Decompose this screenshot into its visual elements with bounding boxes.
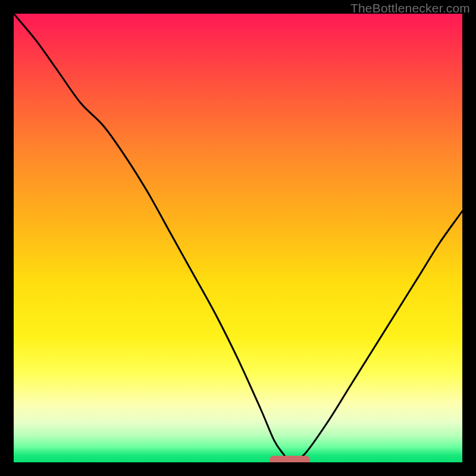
optimal-range-marker [270,456,310,462]
plot-area [14,14,462,462]
gradient-background [14,14,462,462]
chart-stage: TheBottlenecker.com [0,0,476,476]
